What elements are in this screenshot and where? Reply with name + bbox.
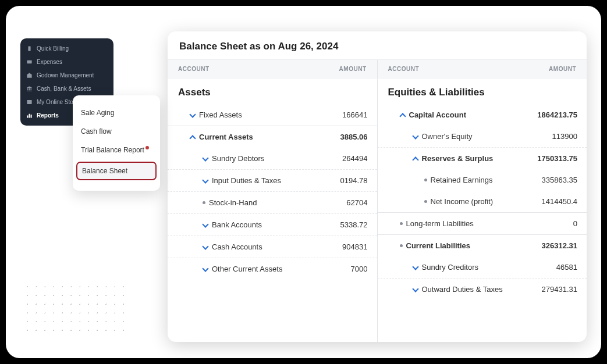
chevron-down-icon [413,265,418,270]
panel-body: Assets Fixed Assets 166641 Current Asset… [168,78,587,342]
row-amount: 279431.31 [542,285,577,294]
chevron-down-icon [413,134,418,140]
row-label: Outward Duties & Taxes [422,285,503,294]
reports-submenu: Sale Aging Cash flow Trial Balance Repor… [73,95,160,191]
row-amount: 113900 [552,132,577,141]
header-account-left: ACCOUNT [178,66,210,72]
row-label: Input Duties & Taxes [212,176,281,185]
panel-column-headers: ACCOUNT AMOUNT ACCOUNT AMOUNT [168,59,587,78]
row-label: Sundry Creditors [422,263,479,272]
row-amount: 62704 [346,198,367,207]
row-amount: 335863.35 [542,176,577,184]
section-title-assets: Assets [168,78,377,104]
bullet-icon [424,200,427,203]
row-amount: 7000 [351,265,368,273]
row-label: Capital Account [409,110,466,119]
row-fixed-assets[interactable]: Fixed Assets 166641 [168,104,377,126]
reports-icon [26,112,33,119]
row-amount: 1414450.4 [542,197,577,206]
submenu-trial-balance[interactable]: Trial Balance Report [73,141,160,159]
row-stock-in-hand[interactable]: Stock-in-Hand 62704 [168,192,377,214]
row-long-term-liabilities[interactable]: Long-term Liabilities 0 [378,213,587,235]
row-current-assets[interactable]: Current Assets 3885.06 [168,126,377,148]
row-net-income[interactable]: Net Income (profit) 1414450.4 [378,191,587,213]
row-reserves-surplus[interactable]: Reserves & Surplus 1750313.75 [378,148,587,169]
row-amount: 1750313.75 [537,154,577,163]
row-amount: 0194.78 [340,176,368,185]
bullet-icon [400,244,403,247]
liabilities-column: Equities & Liabilities Capital Account 1… [378,78,587,342]
sidebar-item-expenses[interactable]: Expenses [20,55,113,69]
sidebar-item-label: Reports [37,112,59,119]
section-title-liabilities: Equities & Liabilities [378,78,587,104]
row-label: Other Current Assets [212,265,282,273]
chevron-down-icon [190,112,196,118]
row-label: Reserves & Surplus [422,154,494,163]
header-amount-right: AMOUNT [549,66,576,72]
store-icon [26,99,33,105]
sidebar-item-label: Quick Billing [37,45,69,52]
submenu-sale-aging[interactable]: Sale Aging [73,104,160,122]
chevron-down-icon [203,222,208,228]
row-label: Long-term Liabilities [406,219,474,228]
row-label: Net Income (profit) [431,197,494,206]
sidebar-item-godown[interactable]: Godown Management [20,69,113,82]
row-amount: 166641 [342,110,367,119]
row-owners-equity[interactable]: Owner's Equity 113900 [378,126,587,148]
submenu-cash-flow[interactable]: Cash flow [73,122,160,141]
submenu-balance-sheet[interactable]: Balance Sheet [76,162,157,180]
row-amount: 264494 [342,154,367,163]
row-input-duties[interactable]: Input Duties & Taxes 0194.78 [168,170,377,192]
row-label: Retained Earnings [431,176,493,184]
header-account-right: ACCOUNT [388,66,420,72]
row-sundry-debtors[interactable]: Sundry Debtors 264494 [168,148,377,170]
submenu-item-label: Balance Sheet [82,167,127,175]
submenu-item-label: Sale Aging [81,109,114,117]
svg-rect-4 [29,114,30,118]
expenses-icon [26,59,33,65]
row-other-current-assets[interactable]: Other Current Assets 7000 [168,258,377,280]
row-label: Current Liabilities [406,241,471,250]
sidebar-item-label: My Online Store [37,99,79,105]
row-bank-accounts[interactable]: Bank Accounts 5338.72 [168,214,377,236]
warehouse-icon [26,72,33,78]
chevron-up-icon [400,112,406,118]
chevron-down-icon [203,178,208,184]
row-current-liabilities[interactable]: Current Liabilities 326312.31 [378,235,587,256]
indicator-dot-icon [145,146,149,149]
row-label: Owner's Equity [422,132,473,141]
chevron-down-icon [203,266,208,272]
assets-column: Assets Fixed Assets 166641 Current Asset… [168,78,378,342]
row-label: Stock-in-Hand [209,198,257,207]
sidebar-item-label: Godown Management [37,72,94,78]
panel-title: Balance Sheet as on Aug 26, 2024 [168,31,587,59]
submenu-item-label: Trial Balance Report [81,146,144,154]
bank-icon [26,85,33,92]
chevron-up-icon [413,156,418,162]
row-amount: 3885.06 [340,133,368,141]
sidebar-item-cash-bank[interactable]: Cash, Bank & Assets [20,82,113,95]
chevron-down-icon [413,287,418,292]
chevron-up-icon [190,134,196,140]
row-outward-duties[interactable]: Outward Duties & Taxes 279431.31 [378,279,587,300]
sidebar-item-label: Cash, Bank & Assets [37,85,91,92]
submenu-item-label: Cash flow [81,127,112,135]
svg-rect-2 [27,100,31,104]
row-cash-accounts[interactable]: Cash Accounts 904831 [168,236,377,258]
bullet-icon [424,179,427,181]
row-amount: 0 [573,219,577,228]
svg-rect-3 [27,116,28,118]
row-label: Current Assets [199,133,253,141]
billing-icon [26,45,33,52]
app-card: Quick Billing Expenses Godown Management… [6,6,601,358]
svg-rect-1 [27,60,31,64]
row-sundry-creditors[interactable]: Sundry Creditors 46581 [378,256,587,279]
row-retained-earnings[interactable]: Retained Earnings 335863.35 [378,169,587,191]
row-capital-account[interactable]: Capital Account 1864213.75 [378,104,587,126]
bullet-icon [203,201,205,204]
sidebar-item-quick-billing[interactable]: Quick Billing [20,42,113,55]
balance-sheet-panel: Balance Sheet as on Aug 26, 2024 ACCOUNT… [168,31,587,342]
chevron-down-icon [203,244,208,250]
decorative-dots [23,283,128,335]
row-amount: 1864213.75 [537,110,577,119]
